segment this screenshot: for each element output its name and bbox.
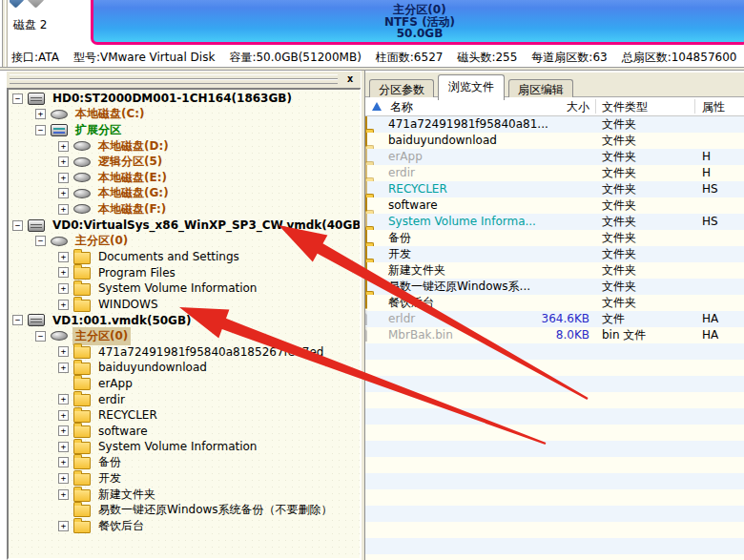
tree-row[interactable]: +erdir <box>9 391 360 407</box>
tree-expander-plus[interactable]: + <box>58 188 69 198</box>
disk-selector-label[interactable]: 磁盘 2 <box>13 17 47 33</box>
column-separator[interactable] <box>595 99 596 114</box>
tree-expander-minus[interactable]: − <box>35 331 46 342</box>
column-separator[interactable] <box>694 99 695 114</box>
list-stripe <box>365 441 744 457</box>
file-name: System Volume Informa... <box>388 215 536 229</box>
tree-row[interactable]: +餐饮后台 <box>9 518 360 534</box>
tree-row[interactable]: +baiduyundownload <box>9 360 360 376</box>
close-icon[interactable]: x <box>343 73 357 86</box>
tree-expander-minus[interactable]: − <box>35 125 46 135</box>
table-row[interactable]: 开发文件夹 <box>365 246 744 262</box>
column-header-size[interactable]: 大小 <box>499 99 589 115</box>
tree-row[interactable]: +System Volume Information <box>9 439 360 455</box>
tree-row[interactable]: +本地磁盘(F:) <box>9 201 360 218</box>
nav-forward-icon[interactable] <box>27 0 44 8</box>
tree-item-label: VD0:VirtualSys_x86_WinXP_SP3_CW.vmdk(40G… <box>50 218 362 233</box>
tree-row[interactable]: −主分区(0) <box>9 233 360 249</box>
tree-row[interactable]: +Program Files <box>9 265 360 281</box>
column-header-type[interactable]: 文件类型 <box>602 99 648 115</box>
folder-icon <box>73 252 91 264</box>
tree-row[interactable]: +System Volume Information <box>9 280 360 297</box>
column-header-name[interactable]: 名称 <box>390 99 413 115</box>
table-row[interactable]: RECYCLER文件夹HS <box>365 181 744 197</box>
table-row[interactable]: 餐饮后台文件夹 <box>365 295 744 311</box>
tree-expander-plus[interactable]: + <box>58 363 69 373</box>
partition-block-title: 主分区(0) <box>93 4 744 16</box>
drag-handle[interactable] <box>10 79 338 84</box>
table-row[interactable]: erldr364.6KB文件HA <box>365 311 744 327</box>
tree-row[interactable]: +WINDOWS <box>9 297 360 313</box>
tree-row[interactable]: −VD1:001.vmdk(50GB) <box>9 312 360 328</box>
tree-item-label: baiduyundownload <box>95 360 210 375</box>
disk-info-bar: 接口:ATA型号:VMware Virtual Disk容量:50.0GB(51… <box>11 50 744 66</box>
tree-expander-plus[interactable]: + <box>58 300 69 310</box>
tree-expander-plus[interactable]: + <box>58 442 69 452</box>
tree-expander-plus[interactable]: + <box>58 410 69 421</box>
file-icon <box>365 326 367 342</box>
column-header-attr[interactable]: 属性 <box>702 99 725 115</box>
table-row[interactable]: 471a72491981f95840a81...文件夹 <box>365 116 744 133</box>
sort-asc-icon[interactable] <box>372 102 382 111</box>
tree-expander-plus[interactable]: + <box>58 252 69 262</box>
tree-row[interactable]: −VD0:VirtualSys_x86_WinXP_SP3_CW.vmdk(40… <box>9 218 360 234</box>
tree-row[interactable]: +新建文件夹 <box>9 487 360 503</box>
tree-expander-plus[interactable]: + <box>58 457 69 467</box>
table-row[interactable]: erdir文件夹H <box>365 165 744 181</box>
tree-expander-plus[interactable]: + <box>58 283 69 294</box>
table-row[interactable]: erApp文件夹H <box>365 149 744 165</box>
tree-expander-plus[interactable]: + <box>58 394 69 404</box>
tree-row[interactable]: −主分区(0) <box>9 328 360 344</box>
tab-browse-files[interactable]: 浏览文件 <box>438 74 505 100</box>
tree-row[interactable]: +本地磁盘(D:) <box>9 138 360 155</box>
table-row[interactable]: MbrBak.bin8.0KBbin 文件HA <box>365 327 744 343</box>
file-list-header[interactable]: 名称 大小 文件类型 属性 <box>365 97 744 116</box>
table-row[interactable]: baiduyundownload文件夹 <box>365 133 744 149</box>
tree-row[interactable]: +Documents and Settings <box>9 249 360 265</box>
tree-expander-plus[interactable]: + <box>58 156 69 167</box>
tree-row[interactable]: +备份 <box>9 455 360 471</box>
tab-bar: 分区参数浏览文件扇区编辑 <box>365 73 744 97</box>
tree-item-label: System Volume Information <box>95 280 259 296</box>
tree-expander-plus[interactable]: + <box>58 473 69 484</box>
tree-expander-minus[interactable]: − <box>12 93 23 104</box>
file-name: MbrBak.bin <box>388 328 453 342</box>
tree-expander-plus[interactable]: + <box>58 489 69 500</box>
tree-row[interactable]: +software <box>9 423 360 439</box>
tree-expander-minus[interactable]: − <box>12 315 23 325</box>
table-row[interactable]: software文件夹 <box>365 197 744 214</box>
table-row[interactable]: System Volume Informa...文件夹HS <box>365 214 744 230</box>
partition-block[interactable]: 主分区(0) NTFS (活动) 50.0GB <box>91 0 744 45</box>
tree-expander-plus[interactable]: + <box>58 141 69 152</box>
tree-row[interactable]: +开发 <box>9 470 360 487</box>
tree-expander-plus[interactable]: + <box>58 425 69 436</box>
tree-row[interactable]: +471a72491981f95840a8185267fe47ed <box>9 344 360 361</box>
tree-row[interactable]: 易数一键还原Windows系统备份（不要删除） <box>9 502 360 518</box>
tree-expander-plus[interactable]: + <box>58 173 69 183</box>
drive-icon <box>73 173 91 182</box>
tree-expander-plus[interactable]: + <box>58 346 69 357</box>
tree-row[interactable]: −扩展分区 <box>9 122 360 138</box>
table-row[interactable]: 备份文件夹 <box>365 230 744 246</box>
tree-expander-plus[interactable]: + <box>58 267 69 278</box>
tree-expander-minus[interactable]: − <box>35 236 46 246</box>
partition-tree: −HD0:ST2000DM001-1CH164(1863GB)+本地磁盘(C:)… <box>7 88 362 560</box>
tree-row[interactable]: +本地磁盘(C:) <box>9 107 360 123</box>
tree-row[interactable]: +本地磁盘(G:) <box>9 186 360 202</box>
file-attr: H <box>702 166 711 180</box>
file-name: 易数一键还原Windows系... <box>388 280 530 294</box>
tree-row[interactable]: −HD0:ST2000DM001-1CH164(1863GB) <box>9 91 360 107</box>
tree-panel-titlebar[interactable]: x <box>7 72 361 88</box>
tree-expander-plus[interactable]: + <box>35 109 46 119</box>
tree-row[interactable]: +RECYCLER <box>9 407 360 424</box>
nav-back-icon[interactable] <box>10 0 25 8</box>
tree-expander-plus[interactable]: + <box>58 521 69 531</box>
tree-expander-minus[interactable]: − <box>12 220 23 231</box>
disk-icon <box>28 219 45 232</box>
tree-row[interactable]: erApp <box>9 376 360 392</box>
tree-row[interactable]: +本地磁盘(E:) <box>9 170 360 186</box>
table-row[interactable]: 易数一键还原Windows系...文件夹 <box>365 279 744 295</box>
tree-expander-plus[interactable]: + <box>58 204 69 215</box>
tree-row[interactable]: +逻辑分区(5) <box>9 154 360 170</box>
table-row[interactable]: 新建文件夹文件夹 <box>365 262 744 279</box>
